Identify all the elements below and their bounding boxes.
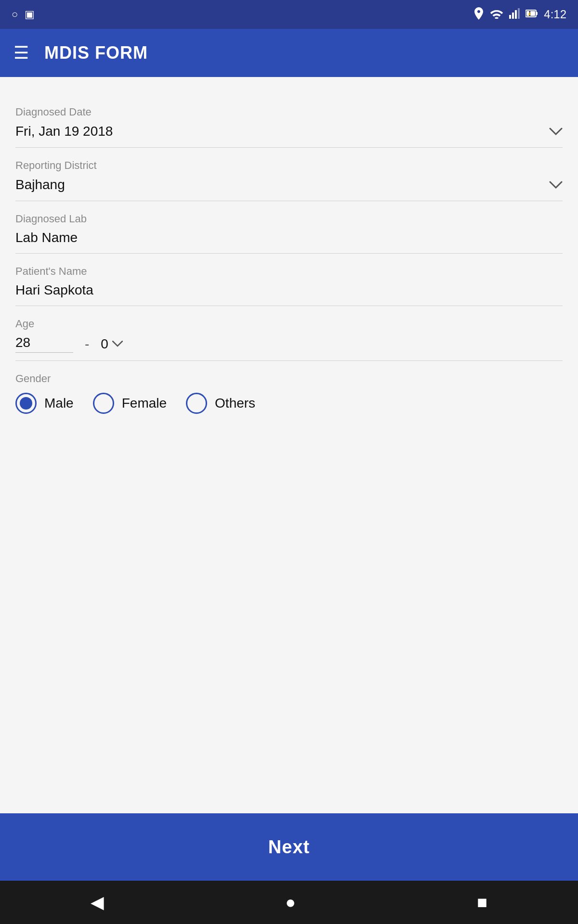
gender-option-male[interactable]: Male: [15, 393, 74, 414]
svg-rect-3: [518, 8, 520, 19]
status-bar-left: ○ ▣: [12, 9, 35, 20]
recent-nav-icon[interactable]: ■: [477, 892, 487, 912]
age-months-value: 0: [101, 336, 108, 352]
gender-radio-female[interactable]: [93, 393, 114, 414]
gender-option-female[interactable]: Female: [93, 393, 167, 414]
gender-label-female: Female: [122, 396, 167, 411]
next-button-label: Next: [268, 837, 310, 858]
gender-label-others: Others: [215, 396, 255, 411]
patient-name-label: Patient's Name: [15, 265, 563, 278]
diagnosed-lab-value: Lab Name: [15, 230, 78, 245]
status-time: 4:12: [544, 8, 566, 21]
diagnosed-date-value: Fri, Jan 19 2018: [15, 124, 113, 139]
diagnosed-date-field: Diagnosed Date Fri, Jan 19 2018: [15, 94, 563, 148]
age-label: Age: [15, 318, 563, 330]
svg-text:⚡: ⚡: [527, 12, 532, 16]
gender-label: Gender: [15, 372, 563, 385]
svg-rect-0: [509, 15, 511, 19]
gender-field: Gender Male Female Others: [15, 361, 563, 425]
diagnosed-lab-field: Diagnosed Lab Lab Name: [15, 201, 563, 254]
status-bar: ○ ▣ ⚡: [0, 0, 578, 29]
diagnosed-lab-label: Diagnosed Lab: [15, 213, 563, 225]
reporting-district-dropdown-icon[interactable]: [549, 177, 563, 193]
menu-icon[interactable]: ☰: [13, 43, 29, 63]
age-row: - 0: [15, 335, 563, 353]
svg-rect-2: [515, 10, 517, 19]
battery-icon: ⚡: [525, 9, 538, 20]
back-nav-icon[interactable]: ◀: [91, 892, 104, 912]
status-bar-right: ⚡ 4:12: [473, 7, 566, 22]
home-nav-icon[interactable]: ●: [285, 892, 296, 912]
svg-rect-1: [512, 13, 514, 19]
location-icon: [473, 7, 484, 22]
diagnosed-date-label: Diagnosed Date: [15, 106, 563, 118]
diagnosed-date-row[interactable]: Fri, Jan 19 2018: [15, 123, 563, 140]
circle-icon: ○: [12, 9, 18, 20]
sim-icon: ▣: [25, 9, 35, 20]
wifi-icon: [490, 8, 503, 21]
reporting-district-value: Bajhang: [15, 177, 65, 192]
reporting-district-row[interactable]: Bajhang: [15, 177, 563, 193]
reporting-district-field: Reporting District Bajhang: [15, 148, 563, 201]
diagnosed-lab-row[interactable]: Lab Name: [15, 230, 563, 245]
gender-radio-others[interactable]: [186, 393, 207, 414]
gender-option-others[interactable]: Others: [186, 393, 255, 414]
patient-name-field: Patient's Name Hari Sapkota: [15, 254, 563, 306]
signal-icon: [509, 8, 520, 21]
nav-bar: ◀ ● ■: [0, 881, 578, 924]
gender-label-male: Male: [44, 396, 74, 411]
gender-radio-group: Male Female Others: [15, 393, 563, 414]
svg-rect-5: [536, 12, 538, 15]
age-dropdown-icon[interactable]: [112, 341, 123, 347]
reporting-district-label: Reporting District: [15, 159, 563, 172]
form-content: Diagnosed Date Fri, Jan 19 2018 Reportin…: [0, 77, 578, 813]
age-years-input[interactable]: [15, 335, 73, 353]
app-bar: ☰ MDIS FORM: [0, 29, 578, 77]
next-button[interactable]: Next: [0, 813, 578, 881]
patient-name-row[interactable]: Hari Sapkota: [15, 282, 563, 298]
age-separator: -: [85, 336, 89, 352]
patient-name-value: Hari Sapkota: [15, 282, 93, 298]
diagnosed-date-dropdown-icon[interactable]: [549, 123, 563, 140]
age-unit-select[interactable]: 0: [101, 336, 123, 352]
app-title: MDIS FORM: [44, 43, 148, 63]
age-field: Age - 0: [15, 306, 563, 361]
gender-radio-male[interactable]: [15, 393, 37, 414]
